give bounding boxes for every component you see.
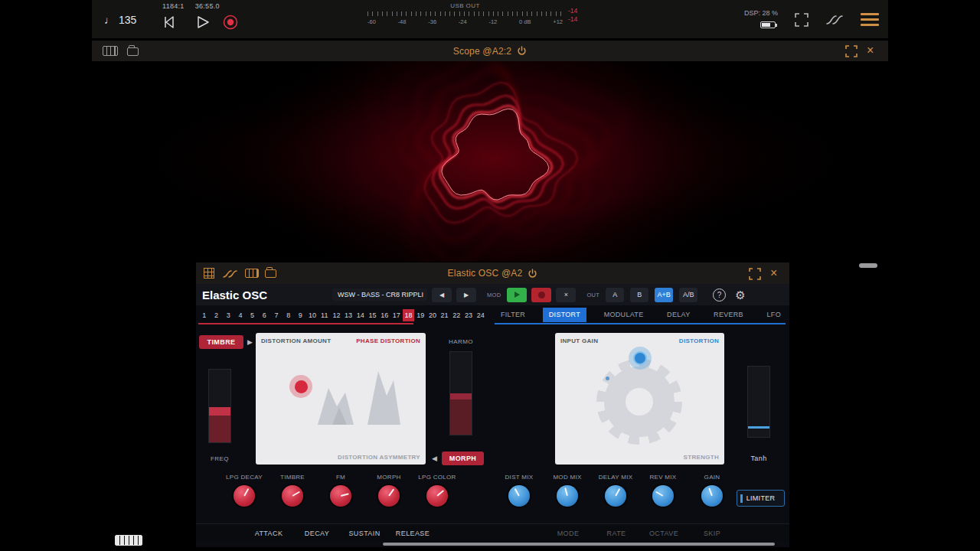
step-3[interactable]: 3 xyxy=(222,309,234,321)
morph-macro-button[interactable]: MORPH xyxy=(442,452,484,465)
plugin-name: Elastic OSC xyxy=(202,289,282,302)
mod-record-button[interactable] xyxy=(531,288,551,302)
preset-next-button[interactable]: ▶ xyxy=(456,288,476,302)
out-button-b[interactable]: B xyxy=(630,288,648,302)
plugin-window-header: Elastic OSC @A2 × xyxy=(196,262,789,284)
knob-timbre[interactable] xyxy=(282,485,303,507)
play-button[interactable] xyxy=(194,14,210,31)
knob-gain[interactable] xyxy=(701,485,723,507)
skip-to-start-button[interactable] xyxy=(161,14,176,31)
timbre-macro-button[interactable]: TIMBRE xyxy=(199,335,243,349)
step-4[interactable]: 4 xyxy=(234,309,247,321)
out-button-a[interactable]: A xyxy=(606,288,624,302)
scope-scrollbar[interactable] xyxy=(859,263,877,268)
power-icon[interactable] xyxy=(517,46,527,56)
meter-tick-label: -12 xyxy=(488,18,497,25)
harmo-label: HARMO xyxy=(441,338,481,345)
keyboard-icon[interactable] xyxy=(115,535,142,546)
step-progress-line xyxy=(198,323,413,324)
step-7[interactable]: 7 xyxy=(270,309,283,321)
harmo-slider[interactable] xyxy=(449,351,472,435)
step-16[interactable]: 16 xyxy=(378,309,390,321)
gear-icon[interactable]: ⚙ xyxy=(735,289,745,301)
fullscreen-icon[interactable] xyxy=(795,13,808,27)
freq-slider[interactable] xyxy=(208,369,231,443)
knob-dist-mix[interactable] xyxy=(508,485,530,507)
tab-lfo[interactable]: LFO xyxy=(761,308,787,322)
fullscreen-icon[interactable] xyxy=(749,268,761,280)
step-1[interactable]: 1 xyxy=(198,309,211,321)
knob-rev-mix[interactable] xyxy=(652,485,674,507)
knob-delay-mix[interactable] xyxy=(605,485,626,507)
step-24[interactable]: 24 xyxy=(475,309,487,321)
step-8[interactable]: 8 xyxy=(283,309,295,321)
step-9[interactable]: 9 xyxy=(295,309,307,321)
chevron-left-icon[interactable]: ◀ xyxy=(432,455,437,462)
routing-icon[interactable] xyxy=(825,14,847,26)
scope-title: Scope @A2:2 xyxy=(453,46,511,57)
preset-prev-button[interactable]: ◀ xyxy=(432,288,452,302)
step-22[interactable]: 22 xyxy=(450,309,462,321)
knob-fm[interactable] xyxy=(330,485,351,507)
knob-mod-mix[interactable] xyxy=(557,485,578,507)
step-20[interactable]: 20 xyxy=(426,309,439,321)
knob-label: MOD MIX xyxy=(543,474,592,481)
step-21[interactable]: 21 xyxy=(439,309,451,321)
distortion-pad[interactable]: INPUT GAIN DISTORTION STRENGTH xyxy=(555,333,724,465)
pad1-cursor[interactable] xyxy=(295,380,308,393)
seq-label-skip[interactable]: SKIP xyxy=(704,530,720,537)
env-label-sustain[interactable]: SUSTAIN xyxy=(348,530,380,537)
seq-label-octave[interactable]: OCTAVE xyxy=(649,530,678,537)
step-14[interactable]: 14 xyxy=(354,309,367,321)
power-icon[interactable] xyxy=(528,269,537,279)
plugin-scrollbar[interactable] xyxy=(383,543,775,546)
limiter-button[interactable]: LIMITER xyxy=(737,490,785,507)
step-13[interactable]: 13 xyxy=(342,309,354,321)
tempo-value[interactable]: 135 xyxy=(119,14,136,26)
knob-lpg-color[interactable] xyxy=(426,485,448,507)
env-label-decay[interactable]: DECAY xyxy=(305,530,329,537)
knob-lpg-decay[interactable] xyxy=(234,485,255,507)
metronome-icon[interactable]: ♩ xyxy=(104,14,115,26)
tab-delay[interactable]: DELAY xyxy=(661,308,696,322)
tab-reverb[interactable]: REVERB xyxy=(707,308,750,322)
step-11[interactable]: 11 xyxy=(318,309,331,321)
help-icon[interactable]: ? xyxy=(713,289,726,302)
step-17[interactable]: 17 xyxy=(390,309,403,321)
step-6[interactable]: 6 xyxy=(258,309,270,321)
step-23[interactable]: 23 xyxy=(462,309,475,321)
env-label-release[interactable]: RELEASE xyxy=(396,530,430,537)
env-label-attack[interactable]: ATTACK xyxy=(255,530,283,537)
chevron-right-icon[interactable]: ▶ xyxy=(247,338,253,346)
record-button[interactable] xyxy=(222,14,239,31)
step-15[interactable]: 15 xyxy=(367,309,379,321)
seq-label-rate[interactable]: RATE xyxy=(607,530,626,537)
preset-display[interactable]: WSW - BASS - CR8 RIPPLI xyxy=(332,289,427,301)
step-2[interactable]: 2 xyxy=(211,309,223,321)
phase-distortion-pad[interactable]: DISTORTION AMOUNT PHASE DISTORTION DISTO… xyxy=(256,333,426,465)
seq-label-mode[interactable]: MODE xyxy=(557,530,580,537)
tanh-slider[interactable] xyxy=(747,366,770,438)
fullscreen-icon[interactable] xyxy=(845,45,858,57)
tab-filter[interactable]: FILTER xyxy=(495,308,531,322)
out-button-a+b[interactable]: A+B xyxy=(655,288,673,302)
mod-clear-button[interactable]: × xyxy=(556,288,576,302)
tanh-label: Tanh xyxy=(740,455,778,462)
dsp-load: DSP: 28 % xyxy=(744,9,778,17)
knob-morph[interactable] xyxy=(378,485,400,507)
step-19[interactable]: 19 xyxy=(414,309,426,321)
step-10[interactable]: 10 xyxy=(306,309,318,321)
close-icon[interactable]: × xyxy=(867,44,874,57)
plugin-title: Elastic OSC @A2 xyxy=(448,268,523,279)
out-button-a/b[interactable]: A/B xyxy=(679,288,697,302)
mod-play-button[interactable] xyxy=(507,288,527,302)
step-18[interactable]: 18 xyxy=(403,309,415,321)
pad2-cursor[interactable] xyxy=(633,351,647,365)
step-12[interactable]: 12 xyxy=(331,309,343,321)
step-5[interactable]: 5 xyxy=(247,309,259,321)
tab-modulate[interactable]: MODULATE xyxy=(598,308,650,322)
menu-icon[interactable] xyxy=(861,13,879,29)
close-icon[interactable]: × xyxy=(770,267,777,279)
tab-distort[interactable]: DISTORT xyxy=(543,308,586,322)
peak-readout: -14 -14 xyxy=(568,7,577,24)
